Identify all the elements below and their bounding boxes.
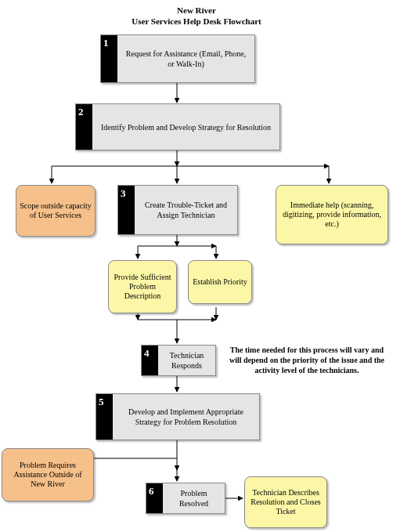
branch-immediate-help: Immediate help (scanning, digitizing, pr… (276, 185, 388, 244)
process-note-text: The time needed for this process will va… (229, 346, 384, 375)
step-1-number: 1 (101, 35, 117, 82)
branch-establish-priority: Establish Priority (188, 260, 252, 304)
step-1: 1 Request for Assistance (Email, Phone, … (100, 34, 255, 83)
step-6-number: 6 (146, 483, 163, 513)
step-6: 6 Problem Resolved (146, 483, 225, 514)
step-5: 5 Develop and Implement Appropriate Stra… (96, 393, 260, 440)
step-5-number: 5 (96, 394, 113, 440)
title-line2: User Services Help Desk Flowchart (0, 16, 393, 27)
branch-closes-ticket-label: Technician Describes Resolution and Clos… (248, 488, 323, 516)
step-4-number: 4 (142, 346, 158, 375)
page-title: New River User Services Help Desk Flowch… (0, 5, 393, 27)
branch-establish-priority-label: Establish Priority (193, 277, 247, 287)
step-1-label: Request for Assistance (Email, Phone, or… (117, 35, 254, 82)
step-2: 2 Identify Problem and Develop Strategy … (75, 103, 280, 150)
branch-outside-new-river: Problem Requires Assistance Outside of N… (2, 448, 94, 501)
branch-scope-outside: Scope outside capacity of User Services (16, 185, 96, 237)
step-3-number: 3 (118, 186, 135, 234)
step-2-number: 2 (76, 104, 92, 150)
step-4: 4 Technician Responds (141, 345, 216, 376)
branch-scope-outside-label: Scope outside capacity of User Services (20, 201, 92, 220)
process-note: The time needed for this process will va… (227, 345, 387, 375)
branch-problem-description-label: Provide Sufficient Problem Description (112, 273, 173, 301)
step-5-label: Develop and Implement Appropriate Strate… (113, 394, 259, 440)
step-3: 3 Create Trouble-Ticket and Assign Techn… (117, 185, 238, 235)
step-2-label: Identify Problem and Develop Strategy fo… (92, 104, 279, 150)
step-6-label: Problem Resolved (163, 483, 225, 513)
step-3-label: Create Trouble-Ticket and Assign Technic… (135, 186, 237, 234)
branch-problem-description: Provide Sufficient Problem Description (108, 260, 177, 313)
branch-outside-new-river-label: Problem Requires Assistance Outside of N… (5, 461, 90, 489)
title-line1: New River (0, 5, 393, 16)
step-4-label: Technician Responds (158, 346, 215, 375)
branch-closes-ticket: Technician Describes Resolution and Clos… (244, 476, 327, 528)
branch-immediate-help-label: Immediate help (scanning, digitizing, pr… (279, 201, 384, 229)
flowchart-canvas: New River User Services Help Desk Flowch… (0, 0, 393, 532)
